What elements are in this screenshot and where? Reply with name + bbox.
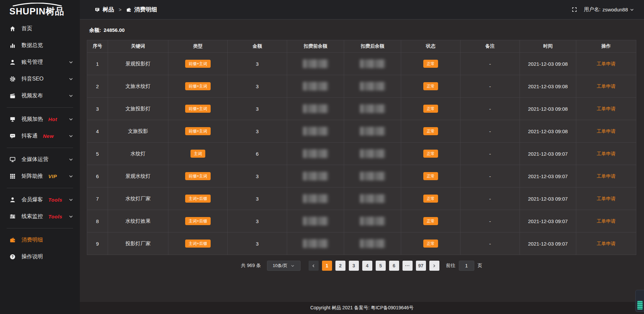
cell-type: 前缀+主词	[168, 98, 228, 120]
next-page-button[interactable]	[429, 261, 439, 271]
grid-icon	[9, 173, 16, 179]
sidebar-item-douyin-seo[interactable]: 抖音SEO	[0, 70, 80, 87]
cell-index: 3	[87, 98, 108, 120]
prev-page-button[interactable]	[309, 261, 319, 271]
ticket-request-link[interactable]: 工单申请	[597, 84, 615, 89]
sidebar-item-consumption-detail[interactable]: 消费明细	[0, 231, 80, 248]
redacted-balance-before	[303, 59, 328, 68]
cell-remark: -	[461, 53, 520, 75]
page-button-3[interactable]: 3	[349, 261, 359, 271]
user-area: 用户名: zswodun88	[572, 6, 634, 13]
cell-time: 2021-12-03 09:07	[520, 165, 576, 188]
page-button-2[interactable]: 2	[335, 261, 345, 271]
cell-keyword: 水纹灯厂家	[108, 188, 168, 210]
sidebar-item-instructions[interactable]: ? 操作说明	[0, 248, 80, 265]
breadcrumb-home[interactable]: 树品	[95, 6, 114, 13]
cell-amount: 3	[228, 120, 287, 143]
type-badge: 主词+后缀	[185, 195, 210, 203]
sidebar-item-douketong[interactable]: 抖客通 New	[0, 127, 80, 144]
cell-time: 2021-12-03 09:07	[520, 143, 576, 165]
fullscreen-icon[interactable]	[572, 7, 577, 12]
page-button-97[interactable]: 97	[416, 261, 426, 271]
sidebar-item-home[interactable]: 首页	[0, 20, 80, 37]
cell-remark: -	[461, 165, 520, 188]
ticket-request-link[interactable]: 工单申请	[597, 241, 615, 246]
cell-keyword: 文旅投影	[108, 120, 168, 143]
ticket-request-link[interactable]: 工单申请	[597, 151, 615, 156]
cell-keyword: 水纹灯效果	[108, 210, 168, 232]
cell-amount: 3	[228, 188, 287, 210]
cell-balance-after	[344, 210, 401, 232]
ticket-request-link[interactable]: 工单申请	[597, 196, 615, 201]
redacted-balance-before	[303, 194, 328, 203]
redacted-balance-after	[360, 194, 385, 203]
chat-widget[interactable]	[635, 290, 644, 312]
redacted-balance-after	[360, 82, 385, 91]
cell-type: 前缀+主词	[168, 53, 228, 75]
type-badge: 前缀+主词	[185, 82, 210, 90]
breadcrumb-current[interactable]: 消费明细	[126, 6, 157, 13]
page-button-5[interactable]: 5	[376, 261, 386, 271]
cell-remark: -	[461, 75, 520, 98]
logo-text-cn: 树品	[46, 6, 64, 16]
chevron-down-icon	[69, 214, 73, 219]
cell-keyword: 水纹灯	[108, 143, 168, 165]
chevron-down-icon	[69, 198, 73, 202]
sidebar-item-video-heating[interactable]: 视频加热 Hot	[0, 111, 80, 127]
redacted-balance-after	[360, 104, 385, 113]
sidebar-item-lead-monitor[interactable]: 线索监控 Tools	[0, 208, 80, 225]
cell-time: 2021-12-03 09:08	[520, 53, 576, 75]
column-header: 扣费前余额	[287, 40, 344, 53]
ticket-request-link[interactable]: 工单申请	[597, 106, 615, 111]
sidebar-item-account-mgmt[interactable]: 账号管理	[0, 54, 80, 70]
sidebar-item-data-overview[interactable]: 数据总览	[0, 37, 80, 54]
column-header: 类型	[168, 40, 228, 53]
cell-amount: 6	[228, 143, 287, 165]
cell-index: 2	[87, 75, 108, 98]
user-menu[interactable]: 用户名: zswodun88	[584, 6, 634, 13]
page-button-1[interactable]: 1	[322, 261, 332, 271]
balance: 余额: 24856.00	[89, 27, 636, 34]
ticket-request-link[interactable]: 工单申请	[597, 173, 615, 179]
sidebar-item-member-burst[interactable]: 会员爆客 Tools	[0, 191, 80, 208]
status-badge: 正常	[423, 195, 438, 203]
hot-tag: Hot	[48, 116, 57, 122]
type-badge: 主词+后缀	[185, 217, 210, 225]
redacted-balance-before	[303, 217, 328, 225]
sidebar-item-label: 消费明细	[21, 237, 43, 244]
chevron-down-icon	[69, 117, 73, 121]
goto-suffix: 页	[478, 263, 482, 269]
ticket-request-link[interactable]: 工单申请	[597, 61, 615, 66]
cell-status: 正常	[401, 143, 461, 165]
more-pages-button[interactable]: ···	[402, 261, 413, 271]
ticket-request-link[interactable]: 工单申请	[597, 218, 615, 224]
chat-widget-stripes	[637, 301, 643, 310]
monitor-icon	[9, 156, 16, 163]
page-button-6[interactable]: 6	[389, 261, 399, 271]
video-icon	[9, 93, 16, 99]
screen-icon	[9, 116, 16, 122]
chevron-down-icon	[69, 77, 73, 81]
status-badge: 正常	[423, 217, 438, 225]
cell-balance-before	[287, 188, 344, 210]
ticket-request-link[interactable]: 工单申请	[597, 128, 615, 134]
sidebar-item-label: 会员爆客	[21, 196, 43, 203]
screen-small-icon	[95, 7, 100, 12]
pagination: 共 969 条 10条/页 123456···97 前往 页	[87, 261, 636, 271]
cell-index: 5	[87, 143, 108, 165]
sidebar-item-omni-media[interactable]: 全媒体运营	[0, 151, 80, 168]
type-badge: 前缀+主词	[185, 172, 210, 180]
cell-time: 2021-12-03 09:07	[520, 188, 576, 210]
goto-page-input[interactable]	[459, 261, 474, 271]
page-button-4[interactable]: 4	[362, 261, 372, 271]
sidebar-item-matrix-boost[interactable]: 矩阵助推 VIP	[0, 168, 80, 185]
page-size-select[interactable]: 10条/页	[267, 261, 301, 271]
vip-tag: VIP	[48, 173, 57, 179]
cell-status: 正常	[401, 120, 461, 143]
cell-remark: -	[461, 143, 520, 165]
wallet-small-icon	[126, 7, 131, 12]
column-header: 金额	[228, 40, 287, 53]
status-badge: 正常	[423, 240, 438, 248]
sidebar-item-video-publish[interactable]: 视频发布	[0, 87, 80, 104]
sidebar-item-label: 账号管理	[21, 59, 43, 66]
